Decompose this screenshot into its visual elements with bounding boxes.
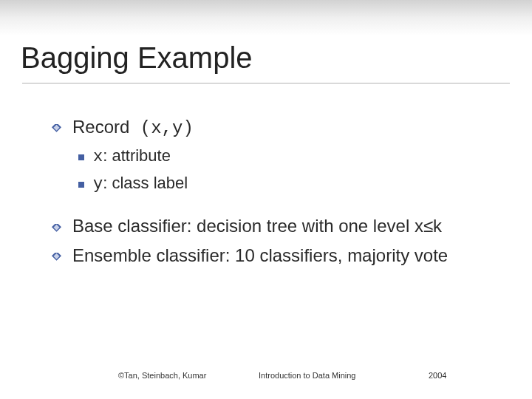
diamond-bullet-icon [52,124,61,134]
bullet-record: Record (x,y) [52,115,495,140]
sub-bullet-y: y: class label [52,173,495,196]
top-shadow [0,0,532,35]
slide-title: Bagging Example [21,41,253,75]
footer-center: Introduction to Data Mining [259,371,355,380]
footer-right: 2004 [429,371,446,380]
sub-bullet-group: x: attribute y: class label [52,146,495,195]
bullet-base-classifier: Base classifier: decision tree with one … [52,214,495,237]
bullet-ensemble-classifier: Ensemble classifier: 10 classifiers, maj… [52,244,495,267]
title-underline [22,83,510,83]
record-tuple: (x,y) [129,118,193,138]
diamond-bullet-icon [52,253,61,262]
x-var: x [93,148,103,166]
y-var: y [93,175,103,194]
sub-bullet-x: x: attribute [52,146,495,168]
record-label: Record [72,117,129,137]
y-desc: : class label [103,174,188,192]
base-classifier-text: Base classifier: decision tree with one … [72,216,442,236]
x-desc: : attribute [103,146,171,165]
diamond-bullet-icon [52,224,61,233]
ensemble-classifier-text: Ensemble classifier: 10 classifiers, maj… [72,245,448,265]
slide-content: Record (x,y) x: attribute y: class label… [52,115,495,273]
slide-footer: ©Tan, Steinbach, Kumar Introduction to D… [0,371,532,384]
footer-left: ©Tan, Steinbach, Kumar [118,371,206,380]
slide: Bagging Example Record (x,y) x: attribut… [0,0,532,399]
spacer [52,207,495,214]
